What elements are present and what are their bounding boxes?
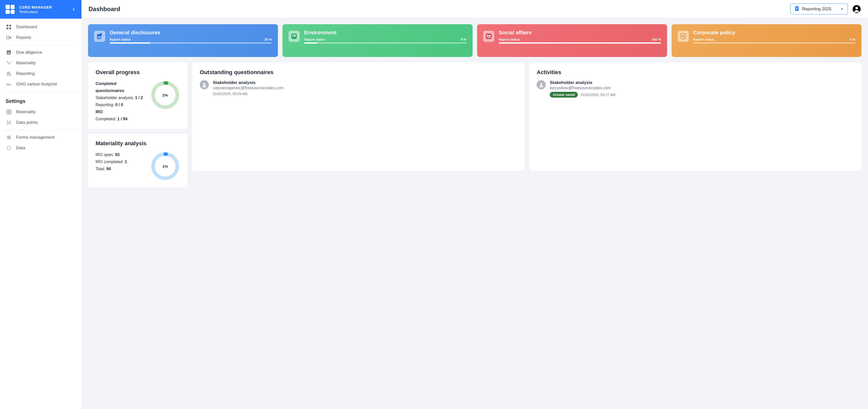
app-subtitle: Testinstanz xyxy=(19,9,52,14)
svg-rect-32 xyxy=(98,37,100,37)
svg-point-20 xyxy=(7,136,7,136)
svg-rect-9 xyxy=(9,53,10,54)
status-card-corporate-policy[interactable]: Corporate policy Report status 0 % xyxy=(672,24,862,57)
report-status-percent: 100 % xyxy=(652,38,661,41)
scatter-icon xyxy=(6,60,11,66)
nav-divider xyxy=(3,130,78,130)
svg-point-44 xyxy=(203,83,205,85)
svg-point-19 xyxy=(8,122,9,123)
report-status-percent: 0 % xyxy=(850,38,856,41)
sidebar-item-label: Dashboard xyxy=(16,25,37,30)
svg-point-38 xyxy=(487,35,489,36)
sidebar-item-label: Materiality xyxy=(16,109,36,115)
sidebar-item-data-points[interactable]: Data points xyxy=(0,117,82,128)
sidebar-nav: Dashboard Reports Due diligence Material… xyxy=(0,19,82,409)
activity-item-time: 01/02/2025, 09:27 AM xyxy=(581,93,615,97)
stakeholder-label: Stakeholder analysis: xyxy=(96,96,134,100)
sidebar-item-label: Data xyxy=(16,146,25,151)
status-card-social-affairs[interactable]: Social affairs Report status 100 % xyxy=(477,24,667,57)
materiality-donut: 1% xyxy=(150,151,180,181)
status-card-general-disclosures[interactable]: i General disclosures Report status 25 % xyxy=(88,24,278,57)
reporting-label: Reporting: xyxy=(96,103,114,107)
data-circle-icon xyxy=(6,145,11,151)
user-avatar[interactable] xyxy=(852,5,861,13)
svg-rect-26 xyxy=(796,7,798,8)
topbar: Dashboard Reporting 2025 ▼ xyxy=(82,0,868,18)
dashboard-content: i General disclosures Report status 25 %… xyxy=(82,18,868,409)
svg-rect-27 xyxy=(796,8,798,9)
sidebar-item-ghg[interactable]: CO₂ GHG carbon footprint xyxy=(0,79,82,90)
svg-rect-1 xyxy=(9,25,11,27)
svg-point-39 xyxy=(489,35,491,36)
status-card-title: General disclosures xyxy=(110,29,272,36)
svg-point-10 xyxy=(7,62,8,63)
iro-total-label: Total: xyxy=(96,167,105,171)
people-icon xyxy=(483,31,494,42)
reports-icon xyxy=(6,35,11,40)
sidebar-item-materiality[interactable]: Materiality xyxy=(0,58,82,68)
iro-open-value: 93 xyxy=(115,153,120,157)
status-card-title: Environment xyxy=(304,29,466,36)
overall-progress-donut: 2% xyxy=(150,80,180,110)
svg-point-21 xyxy=(7,137,7,138)
iro-heading: IRO xyxy=(96,108,145,116)
outstanding-item[interactable]: Stakeholder analysis catyxenogeneic@free… xyxy=(200,80,517,96)
activity-badge: Answer saved xyxy=(550,92,578,98)
svg-point-5 xyxy=(9,37,11,38)
sidebar-item-settings-materiality[interactable]: Materiality xyxy=(0,107,82,117)
list-edit-icon xyxy=(6,71,11,76)
sidebar-item-due-diligence[interactable]: Due diligence xyxy=(0,47,82,58)
widgets-row: Overall progress Completed questionnaire… xyxy=(88,63,862,188)
dashboard-icon xyxy=(6,24,11,30)
user-avatar-icon xyxy=(200,80,209,89)
leaf-icon xyxy=(288,31,300,42)
status-cards-row: i General disclosures Report status 25 %… xyxy=(88,24,862,57)
svg-rect-2 xyxy=(6,28,8,29)
sidebar-item-label: Due diligence xyxy=(16,50,42,55)
progress-bar xyxy=(304,42,466,43)
sidebar-item-forms-management[interactable]: Forms management xyxy=(0,132,82,143)
iro-completed-label: IRO completed: xyxy=(96,160,124,164)
svg-point-17 xyxy=(7,123,8,124)
sidebar-item-label: GHG carbon footprint xyxy=(16,82,57,87)
svg-point-12 xyxy=(9,62,10,63)
reporting-period-selector[interactable]: Reporting 2025 ▼ xyxy=(790,3,848,14)
sidebar-collapse-button[interactable] xyxy=(71,6,77,12)
report-status-percent: 25 % xyxy=(265,38,272,41)
activity-item[interactable]: Stakeholder analysis lazyyellow@freesour… xyxy=(537,80,854,98)
reporting-value: 0 / 0 xyxy=(115,103,123,107)
caret-down-icon: ▼ xyxy=(840,7,843,11)
report-status-label: Report status xyxy=(693,38,714,41)
svg-rect-37 xyxy=(486,34,492,39)
main: Dashboard Reporting 2025 ▼ i General xyxy=(82,0,868,409)
document-info-icon: i xyxy=(94,31,105,42)
status-card-environment[interactable]: Environment Report status 8 % xyxy=(282,24,472,57)
widget-title: Outstanding questionnaires xyxy=(200,69,517,76)
bar-chart-icon xyxy=(6,50,11,55)
activities-widget: Activities Stakeholder analysis lazyyell… xyxy=(529,63,862,171)
progress-bar xyxy=(499,42,661,43)
overall-progress-stats: Completed questionnaires Stakeholder ana… xyxy=(96,80,145,123)
sidebar-item-label: Reporting xyxy=(16,71,35,76)
outstanding-questionnaires-widget: Outstanding questionnaires Stakeholder a… xyxy=(192,63,525,171)
app-logo-icon xyxy=(5,5,14,14)
nav-divider xyxy=(3,45,78,45)
clipboard-icon xyxy=(795,6,799,12)
list-icon xyxy=(6,135,11,140)
svg-point-22 xyxy=(7,138,7,139)
svg-point-11 xyxy=(8,63,9,64)
svg-rect-33 xyxy=(98,38,100,38)
sidebar-item-dashboard[interactable]: Dashboard xyxy=(0,22,82,32)
report-status-label: Report status xyxy=(110,38,131,41)
svg-point-45 xyxy=(540,83,542,85)
iro-completed-value: 1 xyxy=(125,160,127,164)
stakeholder-value: 1 / 2 xyxy=(135,96,143,100)
user-avatar-icon xyxy=(537,80,546,89)
sidebar-item-data[interactable]: Data xyxy=(0,143,82,153)
svg-rect-25 xyxy=(796,6,798,7)
sidebar-item-reporting[interactable]: Reporting xyxy=(0,68,82,79)
svg-rect-3 xyxy=(9,28,11,29)
svg-text:CO₂: CO₂ xyxy=(6,83,11,86)
sidebar-item-reports[interactable]: Reports xyxy=(0,32,82,43)
sidebar-item-label: Data points xyxy=(16,120,38,125)
